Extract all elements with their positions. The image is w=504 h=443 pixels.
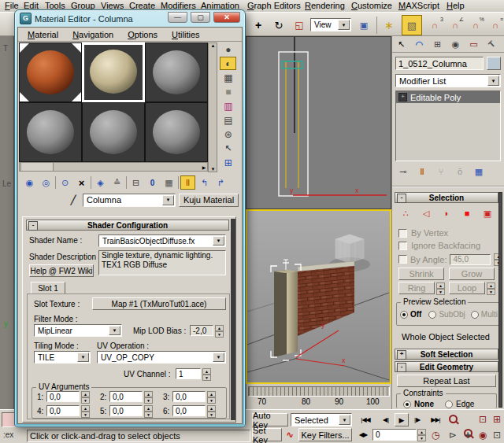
menu-navigation[interactable]: Navigation — [71, 29, 115, 40]
show-end-result-icon[interactable] — [180, 175, 195, 190]
timeline-ruler[interactable] — [248, 386, 390, 397]
dropdown-arrow-icon[interactable] — [338, 20, 350, 30]
selection-rollout-header[interactable]: - Selection — [395, 192, 498, 203]
tab-display-icon[interactable] — [465, 36, 483, 52]
use-pivot-point-center-icon[interactable] — [354, 16, 373, 35]
frame-spinner[interactable] — [417, 429, 426, 441]
video-color-check-icon[interactable] — [220, 99, 236, 113]
filter-mode-dropdown[interactable]: MipLinear — [34, 324, 122, 337]
tiling-mode-dropdown[interactable]: TILE — [34, 351, 91, 364]
object-color-swatch[interactable] — [487, 57, 501, 70]
edge-subobject-icon[interactable] — [421, 208, 432, 219]
tab-hierarchy-icon[interactable] — [428, 36, 447, 52]
expand-plus-icon[interactable]: + — [398, 93, 407, 102]
dropdown-arrow-icon[interactable] — [339, 415, 350, 425]
configure-modifier-sets-icon[interactable] — [471, 164, 487, 179]
menu-graph-editors[interactable]: Graph Editors — [246, 0, 302, 11]
reference-coordinate-system-dropdown[interactable]: View — [310, 18, 351, 31]
arc-rotate-icon[interactable] — [476, 428, 490, 442]
dropdown-arrow-icon[interactable] — [77, 353, 89, 362]
border-subobject-icon[interactable] — [441, 208, 452, 219]
material-map-navigator-icon[interactable] — [220, 156, 236, 169]
select-and-rotate-icon[interactable] — [269, 16, 288, 35]
menu-options[interactable]: Options — [126, 29, 159, 40]
background-icon[interactable] — [220, 71, 236, 84]
menu-utilities[interactable]: Utilities — [170, 29, 201, 40]
by-angle-field[interactable]: 45,0 — [450, 254, 491, 265]
key-mode-toggle-icon[interactable] — [356, 428, 370, 441]
collapse-minus-icon[interactable]: - — [397, 363, 406, 372]
material-slot[interactable] — [145, 42, 208, 102]
show-end-result-stack-icon[interactable] — [414, 164, 430, 179]
loop-button[interactable]: Loop — [449, 282, 485, 294]
pan-view-icon[interactable] — [461, 428, 475, 442]
expand-plus-icon[interactable]: + — [397, 350, 406, 360]
zoom-icon[interactable] — [446, 412, 460, 426]
tab-motion-icon[interactable] — [447, 36, 465, 52]
shader-name-dropdown[interactable]: TrainBasicObjectDiffuse.fx — [98, 234, 226, 247]
dropdown-arrow-icon[interactable] — [162, 195, 174, 205]
current-frame-field[interactable]: 0 — [372, 429, 417, 441]
play-animation-icon[interactable] — [395, 413, 409, 426]
selection-set-dropdown[interactable]: Selected — [291, 413, 352, 426]
close-button-icon[interactable]: ✕ — [213, 12, 240, 23]
shrink-button[interactable]: Shrink — [398, 268, 444, 280]
constraints-edge-radio[interactable] — [445, 401, 453, 408]
key-filters-button[interactable]: Key Filters... — [298, 428, 352, 441]
uv-arg-4-field[interactable]: 0,0 — [46, 405, 80, 416]
mip-lod-bias-spinner[interactable] — [215, 325, 224, 337]
pick-material-from-object-icon[interactable] — [67, 194, 80, 207]
go-forward-to-sibling-icon[interactable] — [213, 175, 228, 190]
preview-subobj-radio[interactable] — [428, 311, 436, 319]
options-icon[interactable] — [220, 127, 236, 141]
uv-arg-5-field[interactable]: 0,0 — [109, 405, 143, 416]
remove-modifier-icon[interactable] — [452, 164, 468, 179]
uv-arg-3-field[interactable]: 0,0 — [172, 391, 206, 402]
material-slot-columna[interactable] — [19, 42, 82, 102]
uv-arg-3-spinner[interactable] — [207, 391, 216, 403]
make-preview-icon[interactable] — [220, 113, 236, 127]
select-and-scale-icon[interactable] — [290, 16, 309, 35]
scroll-right-arrow-icon[interactable]: ▶ — [201, 164, 208, 170]
track-bar[interactable]: 70 80 90 100 — [246, 384, 391, 409]
by-angle-checkbox[interactable] — [398, 255, 407, 264]
ignore-backfacing-checkbox[interactable] — [398, 242, 407, 250]
reset-map-icon[interactable] — [74, 175, 89, 190]
pin-stack-icon[interactable] — [395, 164, 411, 179]
material-slot[interactable] — [145, 102, 208, 162]
auto-key-button[interactable]: Auto Key — [252, 413, 288, 426]
menu-help[interactable]: Help — [445, 0, 466, 11]
uv-arg-5-spinner[interactable] — [144, 405, 153, 417]
default-in-out-tangents-icon[interactable] — [284, 428, 296, 441]
dropdown-arrow-icon[interactable] — [213, 353, 224, 362]
grow-button[interactable]: Grow — [449, 268, 495, 280]
tab-modify-icon[interactable] — [410, 36, 428, 52]
soft-selection-rollout-header[interactable]: + Soft Selection — [395, 349, 498, 360]
dropdown-arrow-icon[interactable] — [487, 76, 499, 86]
uv-arg-2-spinner[interactable] — [144, 391, 153, 403]
uv-arg-6-field[interactable]: 0,0 — [172, 405, 206, 416]
object-name-field[interactable]: 1_0512_Columna — [395, 57, 484, 70]
uv-channel-spinner[interactable] — [202, 368, 211, 380]
material-slot[interactable] — [82, 102, 145, 162]
field-of-view-icon[interactable] — [446, 428, 460, 442]
go-to-end-icon[interactable] — [426, 413, 445, 426]
show-map-in-viewport-icon[interactable] — [161, 175, 176, 190]
spinner-snap-icon[interactable]: ≡ — [487, 16, 504, 35]
percent-snap-icon[interactable]: % — [466, 16, 485, 35]
menu-rendering[interactable]: Rendering — [303, 0, 346, 11]
shader-configuration-rollout[interactable]: - Shader Configuration — [26, 220, 229, 231]
edit-geometry-rollout-header[interactable]: - Edit Geometry — [395, 361, 498, 372]
sample-type-icon[interactable] — [220, 42, 236, 56]
loop-spinner[interactable] — [487, 282, 495, 294]
select-and-manipulate-icon[interactable] — [380, 16, 398, 35]
panel-scrollbar[interactable] — [498, 192, 502, 408]
tab-create-icon[interactable] — [392, 36, 410, 52]
menu-material[interactable]: Material — [26, 29, 60, 40]
get-material-icon[interactable] — [22, 175, 37, 190]
go-to-start-icon[interactable] — [356, 413, 375, 426]
select-and-move-icon[interactable] — [249, 16, 268, 35]
uv-arg-1-field[interactable]: 0,0 — [46, 391, 80, 402]
viewport-front[interactable]: y x — [246, 36, 391, 209]
viewport-perspective-active[interactable]: y x — [246, 209, 391, 384]
